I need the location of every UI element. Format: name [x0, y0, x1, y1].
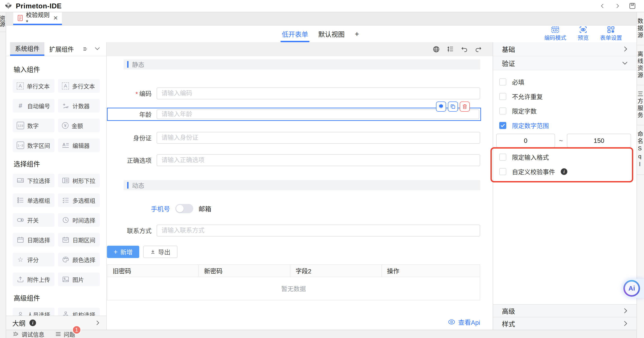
component-switch[interactable]: 开关	[13, 213, 54, 227]
option-input-format[interactable]: 限定输入格式	[499, 153, 636, 161]
toggle-option-phone[interactable]: 手机号	[151, 204, 170, 213]
component-number-range[interactable]: 1~3数字区间	[13, 138, 54, 152]
group-style[interactable]: 样式	[493, 317, 636, 330]
top-actions: 编码模式 预览 表单设置	[544, 26, 622, 42]
checkbox-char-limit[interactable]	[499, 108, 506, 115]
file-icon	[17, 15, 23, 21]
checkbox-custom-event[interactable]	[499, 168, 506, 175]
component-person-select[interactable]: 人员选择	[13, 308, 54, 315]
rail-tab-datasource[interactable]: 数据源	[637, 12, 644, 45]
nav-forward-icon[interactable]	[614, 2, 621, 10]
component-single-text[interactable]: A单行文本	[13, 79, 54, 93]
component-date-range[interactable]: 日期区间	[58, 233, 100, 247]
preview-button[interactable]: 预览	[578, 26, 589, 41]
component-number[interactable]: 123数字	[13, 119, 54, 132]
tab-system-components[interactable]: 系统组件	[10, 42, 44, 56]
group-validation[interactable]: 验证	[493, 56, 636, 70]
i18n-globe-icon[interactable]	[432, 46, 440, 53]
view-tab-form[interactable]: 低开表单	[282, 26, 308, 42]
group-advanced[interactable]: 高级	[493, 304, 636, 317]
range-min-input[interactable]	[496, 134, 555, 148]
range-max-input[interactable]	[567, 134, 631, 148]
component-editor[interactable]: A编辑器	[58, 138, 100, 152]
component-rating[interactable]: ☆评分	[13, 253, 54, 266]
option-number-range[interactable]: 限定数字范围	[499, 122, 636, 129]
component-image[interactable]: 图片	[58, 272, 100, 286]
rail-tab-named-sql[interactable]: 命名Sql	[637, 125, 644, 175]
debug-info-button[interactable]: 调试信息	[13, 330, 44, 338]
col-new-password[interactable]: 新密码	[199, 265, 290, 277]
component-radio-group[interactable]: 单选框组	[13, 193, 54, 207]
checkbox-no-duplicate[interactable]	[499, 93, 506, 100]
add-row-button[interactable]: +新增	[107, 246, 139, 258]
field-row-age-selected[interactable]: 年龄	[107, 108, 481, 121]
outline-expand-icon[interactable]	[95, 320, 100, 326]
age-input[interactable]	[156, 109, 479, 119]
component-file-upload[interactable]: 附件上传	[13, 272, 54, 286]
code-input[interactable]	[156, 88, 480, 99]
tab-validation-rules[interactable]: 校验规则* ✕	[13, 12, 62, 25]
field-row-idcard[interactable]: 身份证	[107, 132, 480, 144]
group-basic[interactable]: 基础	[493, 42, 636, 56]
contact-input[interactable]	[156, 225, 480, 236]
structure-tree-icon[interactable]	[446, 46, 454, 53]
rail-tab-resources[interactable]: 资源	[0, 12, 6, 32]
field-row-code[interactable]: *编码	[107, 88, 480, 99]
form-settings-button[interactable]: 表单设置	[600, 26, 622, 41]
toggle-option-email[interactable]: 邮箱	[198, 204, 211, 213]
field-row-correct-option[interactable]: 正确选项	[107, 154, 480, 166]
add-view-button[interactable]: +	[355, 30, 359, 38]
tab-close-icon[interactable]: ✕	[53, 15, 58, 22]
app-logo-icon	[4, 2, 12, 10]
custom-event-info-icon: i	[561, 168, 567, 175]
option-required[interactable]: 必填	[499, 78, 636, 86]
component-org-select[interactable]: 机构选择	[58, 308, 100, 315]
upload-icon	[17, 276, 24, 283]
section-dynamic[interactable]: 动态	[124, 180, 480, 190]
person-icon	[17, 311, 24, 315]
component-select[interactable]: 下拉选择	[13, 174, 54, 187]
redo-icon[interactable]	[475, 46, 482, 53]
component-money[interactable]: ¥金额	[58, 119, 100, 132]
outline-toggle[interactable]: 大纲 i	[6, 315, 106, 330]
view-tab-default[interactable]: 默认视图	[318, 26, 344, 42]
component-tree-select[interactable]: 树形下拉	[58, 174, 100, 187]
component-auto-number[interactable]: #自动编号	[13, 99, 54, 113]
component-date-picker[interactable]: 日期选择	[13, 233, 54, 247]
field-row-contact[interactable]: 联系方式	[107, 225, 480, 236]
component-color-picker[interactable]: 颜色选择	[58, 253, 100, 266]
col-actions[interactable]: 操作	[382, 265, 480, 277]
export-button[interactable]: 导出	[143, 246, 178, 258]
checkbox-required[interactable]	[499, 79, 506, 86]
checkbox-number-range[interactable]	[499, 122, 506, 129]
nav-back-icon[interactable]	[599, 2, 606, 10]
field-copy-button[interactable]	[448, 102, 458, 112]
col-old-password[interactable]: 旧密码	[108, 265, 199, 277]
table-header-row: 旧密码 新密码 字段2 操作	[108, 265, 480, 277]
correct-option-input[interactable]	[156, 154, 480, 166]
section-static[interactable]: 静态	[124, 59, 480, 70]
tab-extension-components[interactable]: 扩展组件	[44, 42, 79, 56]
checkbox-input-format[interactable]	[499, 154, 506, 161]
contact-type-switch[interactable]	[175, 204, 193, 213]
option-char-limit[interactable]: 限定字数	[499, 107, 636, 115]
save-icon[interactable]	[628, 2, 636, 10]
field-settings-button[interactable]	[436, 102, 446, 112]
idcard-input[interactable]	[156, 132, 480, 144]
col-field2[interactable]: 字段2	[290, 265, 382, 277]
component-counter[interactable]: 计数器	[58, 99, 100, 113]
rail-tab-third-party-services[interactable]: 三方服务	[637, 85, 644, 125]
code-mode-button[interactable]: 编码模式	[544, 26, 566, 41]
component-time-picker[interactable]: 时间选择	[58, 213, 100, 227]
sidebar-menu-icon[interactable]	[83, 47, 88, 51]
ai-assistant-button[interactable]: Ai	[622, 279, 644, 298]
component-checkbox-group[interactable]: 多选框组	[58, 193, 100, 207]
undo-icon[interactable]	[460, 46, 468, 53]
option-custom-event[interactable]: 自定义校验事件 i	[499, 168, 636, 175]
sidebar-collapse-icon[interactable]	[94, 47, 100, 51]
option-no-duplicate[interactable]: 不允许重复	[499, 93, 636, 100]
view-api-link[interactable]: 查看Api	[448, 317, 480, 326]
rail-tab-offline-resources[interactable]: 离线资源	[637, 45, 644, 85]
component-multi-text[interactable]: A多行文本	[58, 79, 100, 93]
field-delete-button[interactable]	[460, 102, 470, 112]
